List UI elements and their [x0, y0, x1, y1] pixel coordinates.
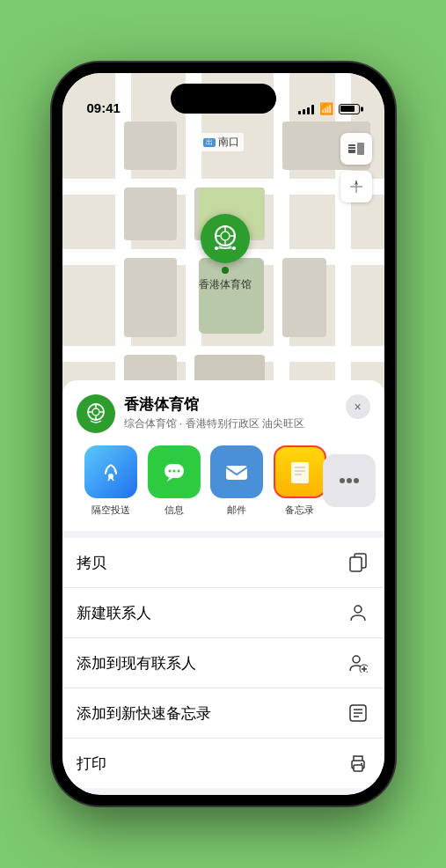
share-item-messages[interactable]: 信息: [143, 445, 206, 517]
close-button[interactable]: ×: [346, 394, 370, 419]
svg-rect-2: [348, 146, 355, 147]
action-print-label: 打印: [77, 754, 346, 774]
action-new-contact-label: 新建联系人: [77, 603, 346, 623]
svg-rect-26: [226, 466, 247, 480]
phone-frame: 09:41 📶: [52, 63, 395, 805]
copy-icon: [346, 550, 370, 575]
svg-rect-35: [350, 557, 362, 571]
action-copy-label: 拷贝: [77, 553, 346, 573]
action-quick-note-label: 添加到新快速备忘录: [77, 703, 346, 724]
venue-icon: [77, 394, 115, 433]
airdrop-label: 隔空投送: [91, 504, 130, 517]
battery-icon: [339, 104, 360, 114]
action-print[interactable]: 打印: [62, 739, 384, 788]
share-more-button[interactable]: [332, 445, 367, 517]
action-add-to-contact[interactable]: 添加到现有联系人: [62, 638, 384, 688]
svg-point-33: [354, 478, 359, 483]
action-copy[interactable]: 拷贝: [62, 538, 384, 588]
print-icon: [346, 751, 370, 776]
person-icon: [346, 600, 370, 625]
wifi-icon: 📶: [319, 102, 333, 115]
svg-rect-3: [348, 149, 355, 150]
svg-point-31: [340, 478, 345, 483]
venue-card: 香港体育馆 综合体育馆 · 香港特别行政区 油尖旺区 ×: [62, 380, 384, 531]
close-icon: ×: [354, 400, 361, 414]
venue-header: 香港体育馆 综合体育馆 · 香港特别行政区 油尖旺区 ×: [77, 394, 370, 433]
svg-point-25: [177, 470, 179, 473]
exit-icon: 出: [203, 138, 216, 147]
phone-inner: 09:41 📶: [62, 73, 384, 795]
svg-point-12: [232, 246, 236, 250]
svg-rect-1: [357, 143, 364, 155]
compass-button[interactable]: [340, 171, 372, 202]
pin-dot: [222, 267, 229, 274]
share-item-airdrop[interactable]: 隔空投送: [80, 445, 143, 517]
stadium-pin-label: 香港体育馆: [199, 277, 252, 292]
venue-subtitle: 综合体育馆 · 香港特别行政区 油尖旺区: [124, 416, 346, 431]
notes-label: 备忘录: [285, 504, 314, 517]
share-item-notes[interactable]: 备忘录: [268, 445, 332, 517]
share-row: 隔空投送 信息: [77, 445, 370, 517]
signal-icon: [298, 104, 314, 114]
status-icons: 📶: [298, 102, 360, 115]
note-icon: [346, 701, 370, 725]
exit-label-text: 南口: [218, 135, 239, 150]
svg-rect-27: [291, 462, 309, 483]
messages-label: 信息: [165, 504, 184, 517]
action-add-contact-label: 添加到现有联系人: [77, 653, 346, 673]
map-controls: [340, 133, 372, 202]
svg-point-37: [353, 656, 360, 663]
svg-rect-46: [354, 765, 362, 771]
map-type-button[interactable]: [340, 133, 372, 165]
svg-point-23: [168, 470, 171, 473]
stadium-pin[interactable]: 香港体育馆: [199, 214, 252, 292]
svg-point-32: [347, 478, 352, 483]
pin-circle: [201, 214, 250, 263]
map-north-exit-label: 出 南口: [199, 133, 244, 151]
venue-name: 香港体育馆: [124, 394, 346, 415]
action-new-contact[interactable]: 新建联系人: [62, 588, 384, 638]
svg-point-47: [361, 763, 362, 765]
svg-point-11: [215, 246, 218, 250]
svg-point-14: [92, 408, 99, 416]
bottom-sheet: 香港体育馆 综合体育馆 · 香港特别行政区 油尖旺区 ×: [62, 380, 384, 795]
person-add-icon: [346, 651, 370, 675]
action-list: 拷贝 新建联系人: [62, 538, 384, 788]
venue-info: 香港体育馆 综合体育馆 · 香港特别行政区 油尖旺区: [124, 394, 346, 431]
svg-point-24: [172, 470, 175, 473]
svg-point-6: [221, 232, 230, 240]
action-quick-note[interactable]: 添加到新快速备忘录: [62, 688, 384, 739]
mail-label: 邮件: [227, 504, 246, 517]
share-item-mail[interactable]: 邮件: [206, 445, 269, 517]
svg-point-36: [355, 606, 362, 613]
dynamic-island: [171, 84, 276, 114]
